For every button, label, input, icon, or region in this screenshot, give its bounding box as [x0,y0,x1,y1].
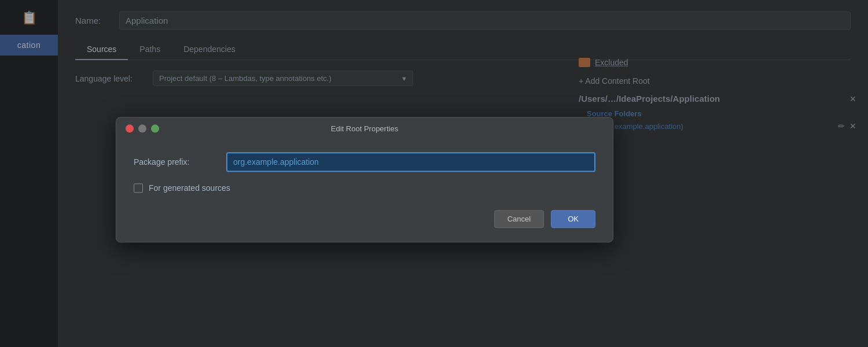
package-prefix-row: Package prefix: [134,152,595,172]
close-window-button[interactable] [126,124,134,132]
cancel-button[interactable]: Cancel [494,210,544,228]
for-generated-sources-label: For generated sources [149,183,230,193]
package-prefix-input[interactable] [226,152,595,172]
minimize-window-button[interactable] [138,124,146,132]
traffic-lights [126,124,159,132]
package-prefix-label: Package prefix: [134,157,226,167]
main-panel: 📋 cation Name: Sources Paths Dependencie… [0,0,868,347]
for-generated-sources-row: For generated sources [134,183,595,193]
modal-buttons: Cancel OK [116,210,613,228]
modal-title: Edit Root Properties [331,124,398,133]
edit-root-properties-dialog: Edit Root Properties Package prefix: For… [116,117,613,242]
modal-body: Package prefix: For generated sources [116,138,613,193]
modal-titlebar: Edit Root Properties [116,117,613,138]
maximize-window-button[interactable] [151,124,159,132]
ok-button[interactable]: OK [551,210,595,228]
for-generated-sources-checkbox[interactable] [134,183,143,193]
